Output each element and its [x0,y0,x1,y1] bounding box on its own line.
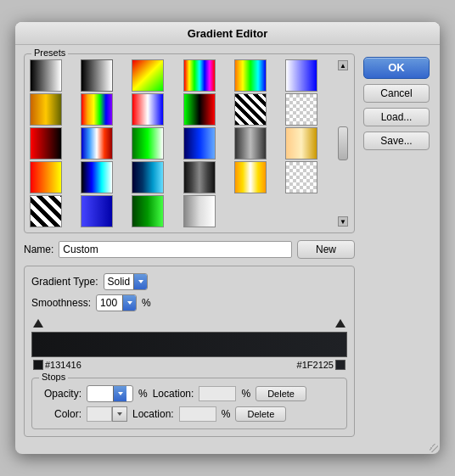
preset-swatch-16[interactable] [234,127,267,160]
smoothness-label: Smoothness: [31,297,91,309]
ok-button[interactable]: OK [363,57,430,79]
preset-swatch-26[interactable] [132,195,164,227]
preset-swatch-25[interactable] [81,195,113,227]
color-row: Color: Location: % Delete [39,406,340,422]
preset-swatch-19[interactable] [81,161,113,193]
right-color-swatch [335,360,345,370]
preset-swatch-1[interactable] [81,59,113,92]
stops-group: Stops Opacity: % Location: % [31,378,347,429]
preset-swatch-22[interactable] [234,161,267,193]
preset-swatch-2[interactable] [132,59,164,92]
right-stop-top-handle[interactable] [335,319,345,328]
preset-swatch-17[interactable] [285,127,317,160]
preset-swatch-21[interactable] [183,161,216,193]
opacity-location-label: Location: [153,388,194,400]
smoothness-unit: % [142,297,151,309]
scroll-up-arrow[interactable]: ▲ [338,60,348,70]
load-button[interactable]: Load... [363,108,430,126]
preset-swatch-7[interactable] [81,93,113,126]
top-stop-handles [31,319,347,331]
smoothness-select[interactable]: 100 [96,294,137,311]
preset-swatch-0[interactable] [30,59,62,92]
opacity-location-unit: % [241,388,250,400]
preset-swatch-9[interactable] [183,93,216,126]
preset-swatch-5[interactable] [285,59,317,92]
preset-swatch-27[interactable] [183,195,216,227]
smoothness-value: 100 [97,297,122,309]
resize-handle[interactable] [430,444,438,452]
color-dropdown-btn[interactable] [112,406,127,422]
dialog-title: Gradient Editor [188,27,268,40]
gradient-bar-container: #131416 #1F2125 [31,316,347,373]
gradient-editor-section: Gradient Type: Solid Smoothness: 100 [24,266,355,437]
gradient-bottom-row: #131416 #1F2125 [31,360,347,370]
opacity-field-label: Opacity: [39,388,81,400]
preset-swatch-11[interactable] [285,93,317,126]
gradient-type-dropdown-btn[interactable] [133,274,147,289]
opacity-row: Opacity: % Location: % Delete [39,385,340,402]
name-input[interactable] [59,241,292,258]
opacity-select[interactable] [87,385,133,402]
opacity-location-input[interactable] [199,386,236,401]
preset-swatch-23[interactable] [285,161,317,193]
preset-swatch-3[interactable] [183,59,216,92]
preset-swatch-20[interactable] [132,161,164,193]
preset-swatch-24[interactable] [30,195,62,227]
gradient-type-row: Gradient Type: Solid [31,273,347,290]
gradient-type-value: Solid [104,276,134,288]
left-color-indicator[interactable]: #131416 [33,360,81,370]
dropdown-arrow-icon [138,280,143,283]
preset-swatch-8[interactable] [132,93,164,126]
right-color-indicator[interactable]: #1F2125 [297,360,345,370]
preset-swatch-15[interactable] [183,127,216,160]
scroll-thumb[interactable] [338,126,348,160]
gradient-type-select[interactable]: Solid [104,273,149,290]
preset-swatch-18[interactable] [30,161,62,193]
scroll-down-arrow[interactable]: ▼ [338,216,348,227]
color-swatch-box[interactable] [87,406,112,422]
color-location-input[interactable] [179,406,216,422]
presets-group: Presets [24,53,355,233]
left-panel: Presets [24,53,355,437]
resize-area [15,445,440,454]
cancel-button[interactable]: Cancel [363,84,430,103]
right-color-label: #1F2125 [297,360,334,370]
name-row: Name: New [24,240,355,259]
preset-swatch-12[interactable] [30,127,62,160]
right-buttons: OK Cancel Load... Save... [363,53,431,437]
smoothness-dropdown-btn[interactable] [122,295,136,311]
smoothness-arrow-icon [127,301,132,305]
preset-swatch-6[interactable] [30,93,62,126]
color-delete-button[interactable]: Delete [235,406,286,422]
color-location-label: Location: [132,408,174,420]
stops-group-label: Stops [39,372,68,382]
save-button[interactable]: Save... [363,132,430,150]
color-picker-box[interactable] [87,406,127,422]
color-field-label: Color: [39,408,81,420]
opacity-dropdown-btn[interactable] [113,386,126,401]
left-stop-top-handle[interactable] [33,319,43,328]
color-location-unit: % [222,408,231,420]
title-bar: Gradient Editor [15,22,440,45]
color-arrow-icon [117,412,122,416]
opacity-unit: % [138,388,148,400]
gradient-bar[interactable] [31,332,347,357]
opacity-arrow-icon [118,392,123,395]
preset-swatch-14[interactable] [132,127,164,160]
name-label: Name: [24,244,53,255]
presets-grid [30,59,334,227]
preset-swatch-4[interactable] [234,59,267,92]
left-color-swatch [33,360,43,370]
presets-area: ▲ ▼ [30,59,349,227]
presets-label: Presets [31,48,68,58]
smoothness-row: Smoothness: 100 % [31,294,347,311]
opacity-delete-button[interactable]: Delete [256,386,306,401]
preset-swatch-13[interactable] [81,127,113,160]
preset-swatch-10[interactable] [234,93,267,126]
left-color-label: #131416 [45,360,81,370]
new-button[interactable]: New [297,240,355,259]
gradient-editor-dialog: Gradient Editor Presets [15,22,440,454]
gradient-type-label: Gradient Type: [31,276,98,288]
presets-scrollbar[interactable]: ▲ ▼ [337,59,349,227]
